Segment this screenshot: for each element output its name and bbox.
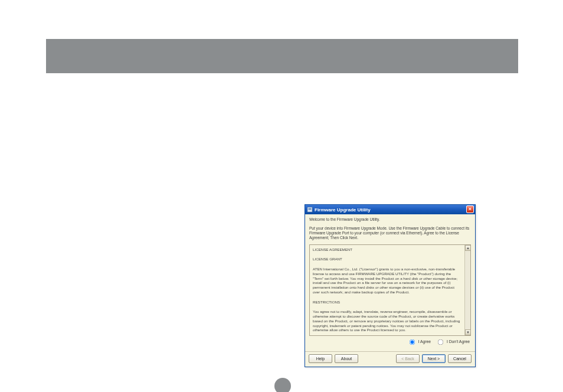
radio-dont-agree-input[interactable] xyxy=(438,339,444,345)
help-button[interactable]: Help xyxy=(309,354,332,363)
intro-line-2: Put your device into Firmware Upgrade Mo… xyxy=(309,226,471,240)
chevron-down-icon: ▼ xyxy=(466,331,470,334)
cancel-button-label: Cancel xyxy=(453,357,466,361)
license-content: LICENSE AGREEMENT LICENSE GRANT ATEN Int… xyxy=(313,247,467,333)
license-grant-text: ATEN International Co., Ltd. ("Licensor"… xyxy=(313,267,460,295)
about-button[interactable]: About xyxy=(335,354,358,363)
close-icon: × xyxy=(469,207,472,212)
dialog-titlebar[interactable]: Firmware Upgrade Utility × xyxy=(305,205,475,214)
next-button-label: Next > xyxy=(428,357,440,361)
svg-rect-1 xyxy=(309,208,312,210)
firmware-upgrade-dialog: Firmware Upgrade Utility × Welcome to th… xyxy=(305,204,476,367)
page-number-circle xyxy=(274,378,291,392)
license-restrictions-text: You agree not to modify, adapt, translat… xyxy=(313,309,460,332)
dialog-title: Firmware Upgrade Utility xyxy=(315,207,371,213)
back-button-label: < Back xyxy=(401,357,414,361)
back-button: < Back xyxy=(396,354,420,363)
cancel-button[interactable]: Cancel xyxy=(448,354,472,363)
license-heading-agreement: LICENSE AGREEMENT xyxy=(313,247,460,252)
license-heading-restrictions: RESTRICTIONS xyxy=(313,300,460,305)
header-gray-bar xyxy=(46,39,518,73)
agreement-radio-group: I Agree I Don't Agree xyxy=(309,336,471,349)
next-button[interactable]: Next > xyxy=(422,354,446,363)
scroll-up-button[interactable]: ▲ xyxy=(465,245,471,251)
radio-agree-label: I Agree xyxy=(418,339,431,344)
scroll-down-button[interactable]: ▼ xyxy=(465,329,471,335)
license-heading-grant: LICENSE GRANT xyxy=(313,257,460,262)
help-button-label: Help xyxy=(316,357,325,361)
app-icon xyxy=(307,207,313,213)
close-button[interactable]: × xyxy=(466,205,474,213)
dialog-button-strip: Help About < Back Next > Cancel xyxy=(305,351,475,367)
about-button-label: About xyxy=(341,357,352,361)
radio-dont-agree-label: I Don't Agree xyxy=(447,339,470,344)
radio-dont-agree[interactable]: I Don't Agree xyxy=(437,339,470,344)
chevron-up-icon: ▲ xyxy=(466,246,470,250)
license-scrollbar[interactable]: ▲ ▼ xyxy=(464,245,470,335)
intro-text: Welcome to the Firmware Upgrade Utility.… xyxy=(309,217,471,241)
license-agreement-box: LICENSE AGREEMENT LICENSE GRANT ATEN Int… xyxy=(309,244,471,336)
dialog-body: Welcome to the Firmware Upgrade Utility.… xyxy=(305,214,475,351)
intro-line-1: Welcome to the Firmware Upgrade Utility. xyxy=(309,217,471,222)
radio-agree[interactable]: I Agree xyxy=(408,339,432,344)
radio-agree-input[interactable] xyxy=(409,339,415,345)
